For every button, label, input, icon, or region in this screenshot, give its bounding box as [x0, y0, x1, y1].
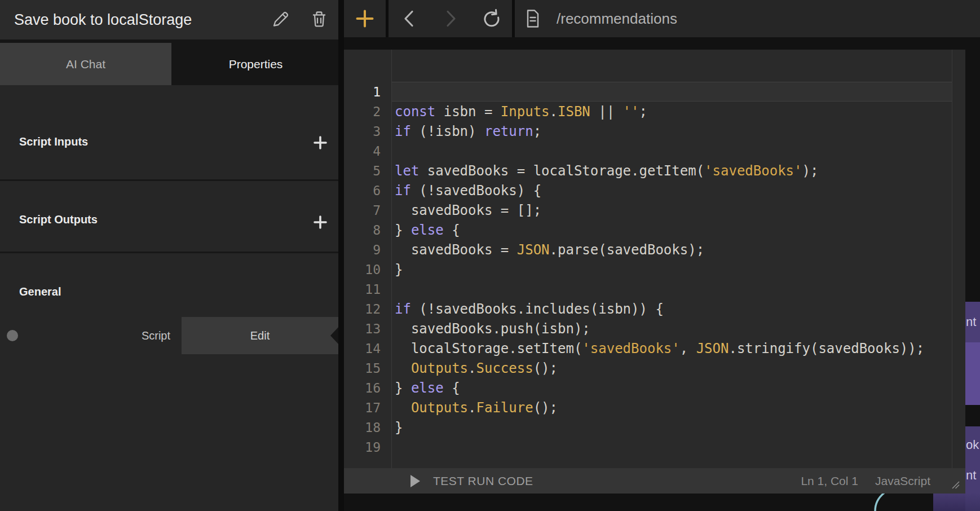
line-number: 1 [344, 82, 381, 102]
code-line-3[interactable]: if (!isbn) return; [395, 122, 965, 142]
line-number: 4 [344, 142, 381, 161]
code-line-19[interactable] [395, 438, 965, 457]
trash-icon [308, 8, 330, 30]
line-number: 9 [344, 240, 381, 260]
back-button[interactable] [396, 5, 423, 32]
editor-status-bar: TEST RUN CODE Ln 1, Col 1 JavaScript [344, 468, 965, 494]
gutter-border [391, 50, 392, 468]
section-heading-script-outputs: Script Outputs [19, 213, 98, 226]
line-number: 13 [344, 319, 381, 339]
line-number: 11 [344, 280, 381, 299]
refresh-icon [479, 6, 504, 31]
line-number: 18 [344, 418, 381, 438]
line-number-gutter: 12345678910111213141516171819 [344, 50, 381, 457]
section-divider [0, 179, 338, 181]
refresh-button[interactable] [478, 5, 505, 32]
line-number: 2 [344, 102, 381, 122]
play-icon [410, 475, 420, 487]
canvas-node-port-label: ok [966, 438, 979, 452]
plus-icon [313, 135, 328, 150]
test-run-code-button[interactable]: TEST RUN CODE [433, 474, 533, 488]
canvas-node-fragment[interactable] [933, 494, 965, 511]
add-script-output-button[interactable] [311, 213, 329, 231]
plus-icon [355, 9, 374, 28]
resize-grip-icon[interactable] [951, 481, 960, 490]
canvas-node-port-label: nt [966, 315, 976, 329]
toolbar-nav-section [389, 0, 512, 37]
tab-properties[interactable]: Properties [173, 43, 338, 85]
pencil-icon [269, 8, 292, 30]
page-icon [522, 7, 544, 30]
section-heading-script-inputs: Script Inputs [19, 135, 88, 148]
code-line-17[interactable]: Outputs.Failure(); [395, 398, 965, 418]
code-line-11[interactable] [395, 280, 965, 299]
code-line-10[interactable]: } [395, 260, 965, 280]
canvas-node-fragment[interactable] [965, 342, 980, 405]
line-number: 17 [344, 398, 381, 418]
code-line-7[interactable]: savedBooks = []; [395, 201, 965, 221]
code-line-16[interactable]: } else { [395, 378, 965, 398]
language-indicator[interactable]: JavaScript [875, 474, 930, 488]
section-heading-general: General [19, 285, 61, 298]
code-line-13[interactable]: savedBooks.push(isbn); [395, 319, 965, 339]
line-number: 3 [344, 122, 381, 142]
code-line-8[interactable]: } else { [395, 221, 965, 240]
line-number: 14 [344, 339, 381, 359]
code-line-2[interactable]: const isbn = Inputs.ISBN || ''; [395, 102, 965, 122]
page-url[interactable]: /recommendations [557, 10, 677, 28]
code-line-15[interactable]: Outputs.Success(); [395, 359, 965, 378]
chevron-left-icon [397, 6, 422, 31]
panel-header: Save book to localStorage [0, 0, 338, 39]
connection-curve [862, 492, 907, 511]
page-button[interactable] [519, 5, 546, 32]
code-line-14[interactable]: localStorage.setItem('savedBooks', JSON.… [395, 339, 965, 359]
line-number: 6 [344, 181, 381, 201]
code-lines[interactable]: const isbn = Inputs.ISBN || '';if (!isbn… [395, 50, 965, 457]
line-number: 7 [344, 201, 381, 221]
script-port-dot [7, 330, 18, 341]
add-node-button[interactable] [351, 5, 378, 32]
tab-ai-chat[interactable]: AI Chat [0, 43, 171, 85]
delete-button[interactable] [306, 6, 332, 32]
chevron-right-icon [438, 6, 463, 31]
line-number: 5 [344, 161, 381, 181]
cursor-position: Ln 1, Col 1 [801, 474, 858, 488]
line-number: 8 [344, 221, 381, 240]
code-line-18[interactable]: } [395, 418, 965, 438]
code-line-4[interactable] [395, 142, 965, 161]
panel-tabs: AI Chat Properties [0, 43, 338, 85]
line-number: 12 [344, 299, 381, 319]
canvas-node-port-label: nt [966, 468, 976, 483]
line-number: 16 [344, 378, 381, 398]
section-divider [0, 252, 338, 253]
script-property-label: Script [142, 317, 170, 354]
toolbar-url-section: /recommendations [515, 0, 980, 37]
toolbar-add-section [344, 0, 386, 37]
code-line-9[interactable]: savedBooks = JSON.parse(savedBooks); [395, 240, 965, 260]
node-title: Save book to localStorage [14, 0, 192, 39]
code-line-12[interactable]: if (!savedBooks.includes(isbn)) { [395, 299, 965, 319]
panel-divider[interactable] [338, 0, 344, 511]
edit-script-button[interactable]: Edit [182, 317, 338, 354]
plus-icon [313, 215, 328, 230]
properties-panel: Save book to localStorage AI Chat Proper… [0, 0, 338, 511]
line-number: 15 [344, 359, 381, 378]
rename-button[interactable] [267, 6, 293, 32]
line-number: 10 [344, 260, 381, 280]
script-editor-panel: 12345678910111213141516171819 const isbn… [344, 50, 965, 494]
code-line-5[interactable]: let savedBooks = localStorage.getItem('s… [395, 161, 965, 181]
line-number: 19 [344, 438, 381, 457]
code-line-1[interactable] [395, 82, 965, 102]
code-line-6[interactable]: if (!savedBooks) { [395, 181, 965, 201]
add-script-input-button[interactable] [311, 134, 329, 152]
forward-button[interactable] [437, 5, 464, 32]
